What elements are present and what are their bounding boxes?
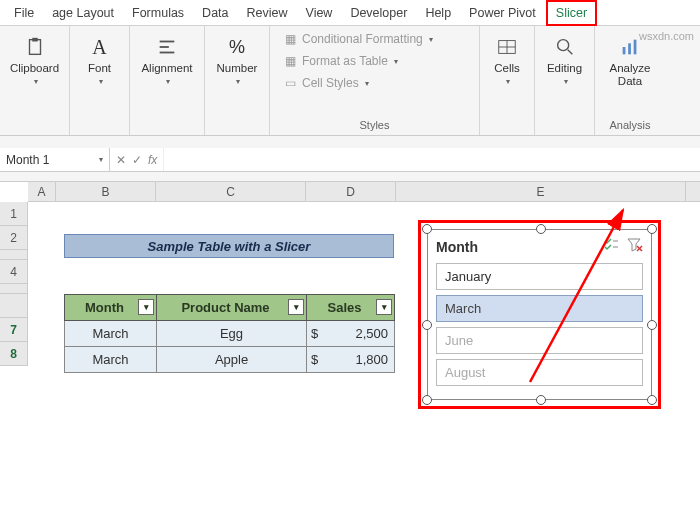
svg-rect-10 xyxy=(623,47,626,54)
svg-rect-0 xyxy=(29,40,40,55)
row-header[interactable] xyxy=(0,284,28,294)
tab-pagelayout[interactable]: age Layout xyxy=(44,2,122,24)
col-header-b[interactable]: B xyxy=(56,182,156,201)
table-header-month[interactable]: Month ▾ xyxy=(65,295,157,321)
name-box[interactable]: Month 1 ▾ xyxy=(0,148,110,171)
cells-button[interactable]: Cells ▾ xyxy=(488,30,526,86)
svg-rect-1 xyxy=(32,38,38,42)
row-header[interactable]: 1 xyxy=(0,202,28,226)
resize-handle[interactable] xyxy=(422,224,432,234)
multiselect-icon[interactable] xyxy=(603,238,619,255)
filter-icon[interactable]: ▾ xyxy=(376,299,392,315)
row-header[interactable]: 2 xyxy=(0,226,28,250)
resize-handle[interactable] xyxy=(647,320,657,330)
row-header[interactable]: 7 xyxy=(0,318,28,342)
fx-icon[interactable]: fx xyxy=(148,153,157,167)
cancel-icon[interactable]: ✕ xyxy=(116,153,126,167)
chevron-down-icon: ▾ xyxy=(564,77,568,86)
group-cells: Cells ▾ xyxy=(480,26,535,135)
row-header[interactable]: 4 xyxy=(0,260,28,284)
filter-icon[interactable]: ▾ xyxy=(138,299,154,315)
cell-styles-button[interactable]: ▭ Cell Styles ▾ xyxy=(278,74,437,92)
svg-rect-12 xyxy=(634,40,637,55)
group-number: % Number ▾ xyxy=(205,26,270,135)
resize-handle[interactable] xyxy=(422,395,432,405)
sheet-area: A B C D E 1 2 4 7 8 Sample Table with a … xyxy=(0,182,700,202)
ribbon-tabs: File age Layout Formulas Data Review Vie… xyxy=(0,0,700,26)
search-icon xyxy=(552,34,578,60)
cell-icon: ▭ xyxy=(282,76,298,90)
col-header-c[interactable]: C xyxy=(156,182,306,201)
tab-review[interactable]: Review xyxy=(239,2,296,24)
cells-icon xyxy=(494,34,520,60)
clipboard-button[interactable]: Clipboard ▾ xyxy=(8,30,61,86)
conditional-formatting-button[interactable]: ▦ Conditional Formatting ▾ xyxy=(278,30,437,48)
chevron-down-icon: ▾ xyxy=(506,77,510,86)
slicer-item-january[interactable]: January xyxy=(436,263,643,290)
svg-line-9 xyxy=(567,50,572,55)
tab-slicer[interactable]: Slicer xyxy=(546,0,597,26)
chevron-down-icon: ▾ xyxy=(166,77,170,86)
font-button[interactable]: A Font ▾ xyxy=(78,30,121,86)
resize-handle[interactable] xyxy=(536,224,546,234)
number-button[interactable]: % Number ▾ xyxy=(213,30,261,86)
table-row[interactable]: March Egg $2,500 xyxy=(65,321,395,347)
slicer-title: Month xyxy=(436,239,478,255)
group-alignment: Alignment ▾ xyxy=(130,26,205,135)
table-row[interactable]: March Apple $1,800 xyxy=(65,347,395,373)
tab-developer[interactable]: Developer xyxy=(342,2,415,24)
slicer-item-june[interactable]: June xyxy=(436,327,643,354)
resize-handle[interactable] xyxy=(647,395,657,405)
tab-data[interactable]: Data xyxy=(194,2,236,24)
ribbon-body: Clipboard ▾ A Font ▾ Alignment ▾ xyxy=(0,26,700,136)
filter-icon[interactable]: ▾ xyxy=(288,299,304,315)
row-header[interactable] xyxy=(0,294,28,318)
resize-handle[interactable] xyxy=(536,395,546,405)
row-headers: 1 2 4 7 8 xyxy=(0,202,28,366)
editing-button[interactable]: Editing ▾ xyxy=(543,30,586,86)
row-header[interactable] xyxy=(0,250,28,260)
row-header[interactable]: 8 xyxy=(0,342,28,366)
col-header-e[interactable]: E xyxy=(396,182,686,201)
group-clipboard: Clipboard ▾ xyxy=(0,26,70,135)
percent-icon: % xyxy=(224,34,250,60)
table-icon: ▦ xyxy=(282,54,298,68)
resize-handle[interactable] xyxy=(422,320,432,330)
group-editing: Editing ▾ xyxy=(535,26,595,135)
alignment-button[interactable]: Alignment ▾ xyxy=(139,30,195,86)
resize-handle[interactable] xyxy=(647,224,657,234)
slicer-item-august[interactable]: August xyxy=(436,359,643,386)
data-table: Month ▾ Product Name ▾ Sales ▾ March Egg… xyxy=(64,294,395,373)
check-icon[interactable]: ✓ xyxy=(132,153,142,167)
chevron-down-icon: ▾ xyxy=(365,79,369,88)
column-headers: A B C D E xyxy=(28,182,700,202)
group-font: A Font ▾ xyxy=(70,26,130,135)
title-banner: Sample Table with a Slicer xyxy=(64,234,394,258)
tab-powerpivot[interactable]: Power Pivot xyxy=(461,2,544,24)
tab-view[interactable]: View xyxy=(298,2,341,24)
alignment-icon xyxy=(154,34,180,60)
tab-formulas[interactable]: Formulas xyxy=(124,2,192,24)
slicer-panel[interactable]: Month January March June August xyxy=(427,229,652,400)
chevron-down-icon: ▾ xyxy=(236,77,240,86)
formula-input[interactable] xyxy=(164,148,700,171)
chevron-down-icon: ▾ xyxy=(99,77,103,86)
chevron-down-icon: ▾ xyxy=(429,35,433,44)
col-header-d[interactable]: D xyxy=(306,182,396,201)
chevron-down-icon: ▾ xyxy=(99,155,103,164)
chevron-down-icon: ▾ xyxy=(34,77,38,86)
svg-rect-11 xyxy=(628,43,631,54)
slicer-item-march[interactable]: March xyxy=(436,295,643,322)
table-header-sales[interactable]: Sales ▾ xyxy=(307,295,395,321)
tab-file[interactable]: File xyxy=(6,2,42,24)
col-header-a[interactable]: A xyxy=(28,182,56,201)
slicer-highlight: Month January March June August xyxy=(418,220,661,409)
svg-point-8 xyxy=(557,40,568,51)
tab-help[interactable]: Help xyxy=(417,2,459,24)
group-styles: ▦ Conditional Formatting ▾ ▦ Format as T… xyxy=(270,26,480,135)
chevron-down-icon: ▾ xyxy=(394,57,398,66)
clear-filter-icon[interactable] xyxy=(627,238,643,255)
table-icon: ▦ xyxy=(282,32,298,46)
format-as-table-button[interactable]: ▦ Format as Table ▾ xyxy=(278,52,437,70)
table-header-product[interactable]: Product Name ▾ xyxy=(157,295,307,321)
